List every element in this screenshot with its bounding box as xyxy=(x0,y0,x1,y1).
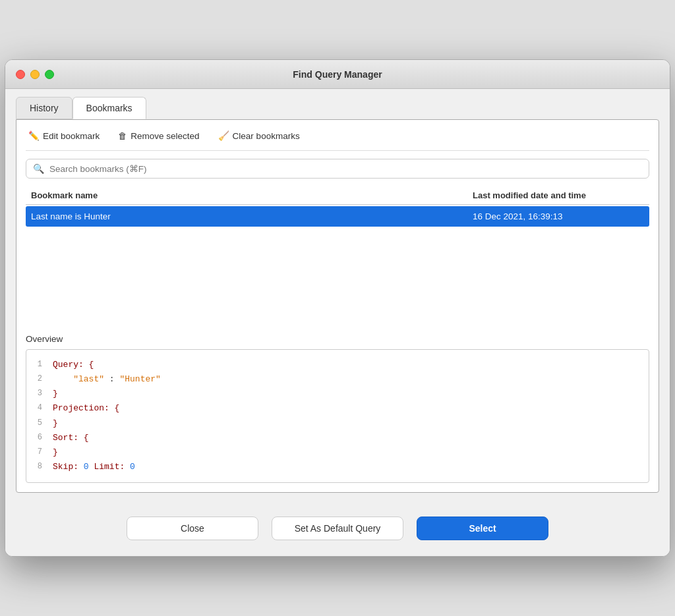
line-num-5: 5 xyxy=(32,416,42,431)
select-button[interactable]: Select xyxy=(417,517,548,540)
code-line-6: 6 Sort: { xyxy=(32,431,641,445)
line-num-8: 8 xyxy=(32,460,42,474)
set-default-button[interactable]: Set As Default Query xyxy=(272,517,403,540)
edit-icon: ✏️ xyxy=(28,130,40,141)
line-num-4: 4 xyxy=(32,401,42,416)
line-num-7: 7 xyxy=(32,445,42,460)
code-line-5: 5 } xyxy=(32,416,641,431)
toolbar: ✏️ Edit bookmark 🗑 Remove selected 🧹 Cle… xyxy=(26,129,649,151)
code-line-3: 3 } xyxy=(32,387,641,401)
line-content-5: } xyxy=(53,416,58,431)
code-line-1: 1 Query: { xyxy=(32,358,641,372)
line-content-7: } xyxy=(53,445,58,460)
traffic-lights xyxy=(16,70,54,79)
trash-icon: 🗑 xyxy=(118,131,127,141)
table-header: Bookmark name Last modified date and tim… xyxy=(26,186,649,205)
remove-label: Remove selected xyxy=(131,131,199,141)
clear-icon: 🧹 xyxy=(218,130,229,141)
line-content-8: Skip: 0 Limit: 0 xyxy=(53,460,135,474)
titlebar: Find Query Manager xyxy=(5,60,670,89)
code-line-7: 7 } xyxy=(32,445,641,460)
footer: Close Set As Default Query Select xyxy=(5,503,670,556)
line-content-4: Projection: { xyxy=(53,401,119,416)
col-name-header: Bookmark name xyxy=(31,190,473,200)
maximize-button[interactable] xyxy=(45,70,54,79)
edit-label: Edit bookmark xyxy=(43,131,100,141)
close-button[interactable] xyxy=(16,70,25,79)
bookmarks-panel: ✏️ Edit bookmark 🗑 Remove selected 🧹 Cle… xyxy=(16,119,659,493)
row-date: 16 Dec 2021, 16:39:13 xyxy=(473,211,644,221)
tab-history[interactable]: History xyxy=(16,97,73,119)
table-row[interactable]: Last name is Hunter 16 Dec 2021, 16:39:1… xyxy=(26,206,649,227)
search-icon: 🔍 xyxy=(33,163,44,174)
table-body: Last name is Hunter 16 Dec 2021, 16:39:1… xyxy=(26,206,649,325)
clear-label: Clear bookmarks xyxy=(233,131,300,141)
line-content-6: Sort: { xyxy=(53,431,89,445)
overview-section: Overview 1 Query: { 2 "last" : "Hunter" … xyxy=(26,334,649,483)
search-container: 🔍 xyxy=(26,159,649,179)
tab-bookmarks[interactable]: Bookmarks xyxy=(73,97,146,119)
close-button[interactable]: Close xyxy=(127,517,258,540)
search-input[interactable] xyxy=(49,164,642,174)
clear-bookmarks-button[interactable]: 🧹 Clear bookmarks xyxy=(216,129,303,142)
line-num-2: 2 xyxy=(32,372,42,387)
line-content-3: } xyxy=(53,387,58,401)
row-name: Last name is Hunter xyxy=(31,211,473,221)
line-content-2: "last" : "Hunter" xyxy=(53,372,161,387)
window-title: Find Query Manager xyxy=(293,69,382,80)
main-window: Find Query Manager History Bookmarks ✏️ … xyxy=(5,59,670,557)
minimize-button[interactable] xyxy=(30,70,40,79)
content-area: History Bookmarks ✏️ Edit bookmark 🗑 Rem… xyxy=(5,89,670,503)
code-line-2: 2 "last" : "Hunter" xyxy=(32,372,641,387)
overview-label: Overview xyxy=(26,334,649,344)
col-date-header: Last modified date and time xyxy=(473,190,644,200)
line-content-1: Query: { xyxy=(53,358,94,372)
remove-selected-button[interactable]: 🗑 Remove selected xyxy=(115,130,202,142)
line-num-3: 3 xyxy=(32,387,42,401)
edit-bookmark-button[interactable]: ✏️ Edit bookmark xyxy=(26,129,102,142)
code-block: 1 Query: { 2 "last" : "Hunter" 3 } 4 Pro… xyxy=(26,349,649,483)
tab-bar: History Bookmarks xyxy=(16,97,659,119)
code-line-4: 4 Projection: { xyxy=(32,401,641,416)
code-line-8: 8 Skip: 0 Limit: 0 xyxy=(32,460,641,474)
line-num-6: 6 xyxy=(32,431,42,445)
line-num-1: 1 xyxy=(32,358,42,372)
